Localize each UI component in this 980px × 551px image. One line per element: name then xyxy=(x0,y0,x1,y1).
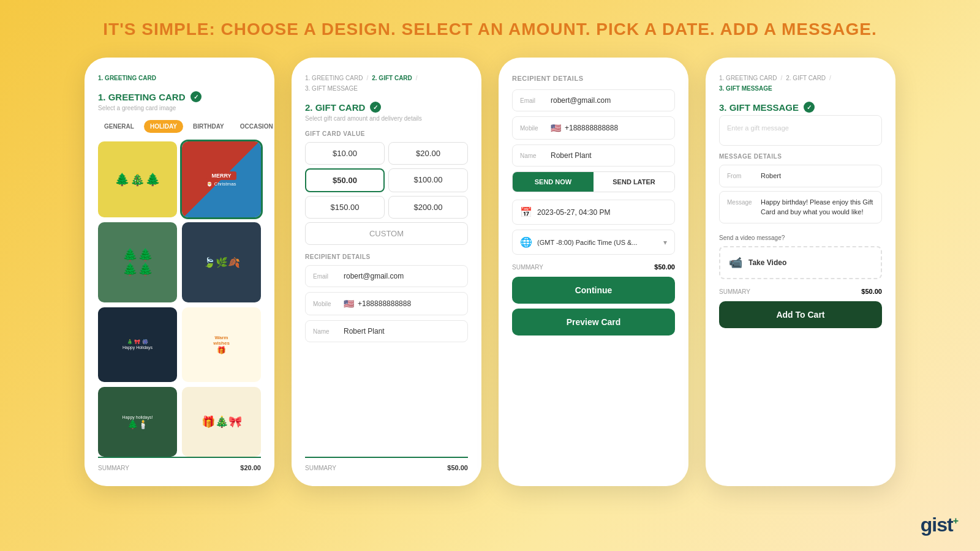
summary-bar-2: SUMMARY $50.00 xyxy=(305,457,468,474)
tab-occasion[interactable]: OCCASION xyxy=(234,120,274,133)
name-field-3[interactable]: Name Robert Plant xyxy=(512,144,675,167)
message-details: MESSAGE DETAILS From Robert Message Happ… xyxy=(719,153,882,227)
card-happy-holidays[interactable]: Happy holidays! 🌲🕯️ xyxy=(98,387,177,457)
amount-10[interactable]: $10.00 xyxy=(305,142,385,165)
gift-card-value-label: GIFT CARD VALUE xyxy=(305,130,468,137)
card-dark-floral[interactable]: 🍃🌿🍂 xyxy=(182,222,261,302)
name-field-2[interactable]: Name Robert Plant xyxy=(305,320,468,342)
phone-4: 1. GREETING CARD / 2. GIFT CARD / 3. GIF… xyxy=(706,58,895,486)
check-icon-4: ✓ xyxy=(804,102,815,113)
preview-card-button[interactable]: Preview Card xyxy=(512,309,675,335)
card-merry-christmas[interactable]: MERRY 🎅 Christmas xyxy=(182,141,261,217)
headline: IT'S SIMPLE: CHOOSE A DESIGN. SELECT AN … xyxy=(0,0,980,51)
amount-100[interactable]: $100.00 xyxy=(388,168,468,192)
section-title-2: 2. GIFT CARD ✓ xyxy=(305,102,468,113)
amount-50[interactable]: $50.00 xyxy=(305,168,385,192)
gift-message-input[interactable]: Enter a gift message xyxy=(719,115,882,146)
check-icon-1: ✓ xyxy=(190,91,202,102)
summary-bar-1: SUMMARY $20.00 xyxy=(98,457,261,474)
continue-button[interactable]: Continue xyxy=(512,277,675,304)
message-field[interactable]: Message Happy birthday! Please enjoy thi… xyxy=(719,191,882,223)
tab-holiday[interactable]: HOLIDAY xyxy=(144,120,183,133)
section-title-4: 3. GIFT MESSAGE ✓ xyxy=(719,102,882,113)
card-yellow-trees[interactable]: 🌲🎄🌲 xyxy=(98,141,177,217)
tab-general[interactable]: GENERAL xyxy=(98,120,140,133)
phones-container: 1. GREETING CARD 1. GREETING CARD ✓ Sele… xyxy=(0,51,980,492)
amount-custom[interactable]: CUSTOM xyxy=(305,222,468,245)
chevron-down-icon: ▾ xyxy=(663,238,667,247)
email-field-2[interactable]: Email robert@gmail.com xyxy=(305,265,468,287)
phone-3: RECIPIENT DETAILS Email robert@gmail.com… xyxy=(499,58,688,486)
send-now-btn[interactable]: SEND NOW xyxy=(513,172,594,192)
breadcrumb-1: 1. GREETING CARD xyxy=(98,75,261,81)
video-box[interactable]: 📹 Take Video xyxy=(719,246,882,279)
gist-logo: gist+ xyxy=(921,514,958,536)
calendar-icon: 📅 xyxy=(520,206,532,218)
add-to-cart-button[interactable]: Add To Cart xyxy=(719,301,882,328)
amount-200[interactable]: $200.00 xyxy=(388,196,468,219)
mobile-field-3[interactable]: Mobile 🇺🇸+188888888888 xyxy=(512,116,675,140)
card-green-trees[interactable]: 🌲🌲🌲🌲 xyxy=(98,222,177,302)
phone-2: 1. GREETING CARD / 2. GIFT CARD / 3. GIF… xyxy=(292,58,481,486)
tab-group-1: GENERAL HOLIDAY BIRTHDAY OCCASION xyxy=(98,120,261,133)
recipient-section-title: RECIPIENT DETAILS xyxy=(512,75,675,82)
date-field[interactable]: 📅 2023-05-27, 04:30 PM xyxy=(512,200,675,225)
summary-row-3: SUMMARY $50.00 xyxy=(512,263,675,271)
summary-row-4: SUMMARY $50.00 xyxy=(719,288,882,295)
check-icon-2: ✓ xyxy=(370,102,381,113)
subtitle-2: Select gift card amount and delivery det… xyxy=(305,115,468,122)
video-icon: 📹 xyxy=(729,256,742,269)
amount-150[interactable]: $150.00 xyxy=(305,196,385,219)
from-field[interactable]: From Robert xyxy=(719,165,882,187)
message-details-label: MESSAGE DETAILS xyxy=(719,153,882,160)
phone-1: 1. GREETING CARD 1. GREETING CARD ✓ Sele… xyxy=(85,58,274,486)
video-section-label: Send a video message? xyxy=(719,234,882,241)
timezone-field[interactable]: 🌐 (GMT -8:00) Pacific Time (US &... ▾ xyxy=(512,230,675,255)
email-field-3[interactable]: Email robert@gmail.com xyxy=(512,89,675,111)
send-later-btn[interactable]: SEND LATER xyxy=(594,172,674,192)
amount-grid: $10.00 $20.00 $50.00 $100.00 $150.00 $20… xyxy=(305,142,468,245)
globe-icon: 🌐 xyxy=(520,236,532,248)
mobile-field-2[interactable]: Mobile 🇺🇸+188888888888 xyxy=(305,292,468,315)
breadcrumb-4: 1. GREETING CARD / 2. GIFT CARD / 3. GIF… xyxy=(719,75,882,92)
card-grid: 🌲🎄🌲 MERRY 🎅 Christmas 🌲🌲🌲🌲 🍃🌿🍂 🎄 🎀 🎆Happ… xyxy=(98,141,261,457)
card-warm-gift[interactable]: 🎁🎄🎀 xyxy=(182,387,261,457)
recipient-label-2: RECIPIENT DETAILS xyxy=(305,253,468,260)
card-warm-wishes[interactable]: Warm wishes 🎁 xyxy=(182,307,261,383)
send-options: SEND NOW SEND LATER xyxy=(512,171,675,192)
tab-birthday[interactable]: BIRTHDAY xyxy=(187,120,230,133)
card-dark-holiday[interactable]: 🎄 🎀 🎆Happy Holidays xyxy=(98,307,177,383)
amount-20[interactable]: $20.00 xyxy=(388,142,468,165)
breadcrumb-2: 1. GREETING CARD / 2. GIFT CARD / 3. GIF… xyxy=(305,75,468,92)
section-title-1: 1. GREETING CARD ✓ xyxy=(98,91,261,102)
subtitle-1: Select a greeting card image xyxy=(98,105,261,111)
